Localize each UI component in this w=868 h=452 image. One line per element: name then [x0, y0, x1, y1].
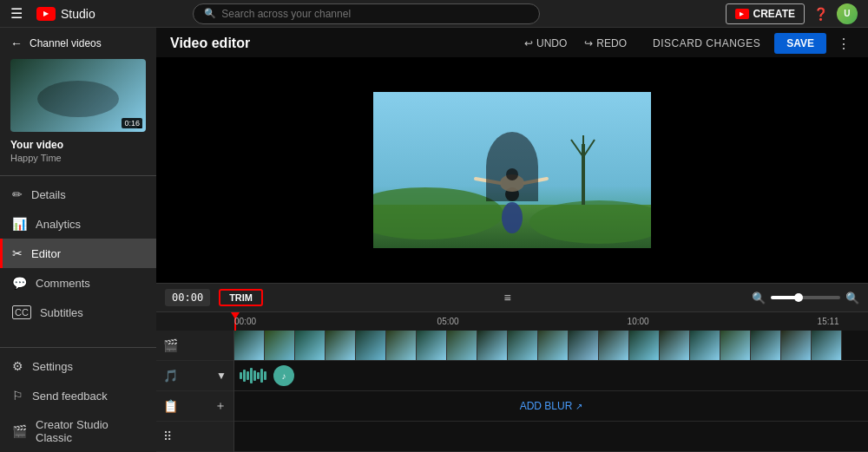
timeline-center: ≡ — [272, 291, 743, 305]
time-display: 00:00 — [165, 289, 210, 306]
video-track-control: 🎬 — [156, 331, 233, 361]
classic-icon: 🎬 — [12, 424, 27, 438]
track-thumb — [569, 331, 599, 361]
marker-1: 05:00 — [437, 317, 459, 326]
wave-bar — [253, 370, 256, 381]
timeline-controls: 00:00 TRIM ≡ 🔍 🔍 — [156, 283, 868, 311]
editor-icon: ✂ — [12, 246, 23, 260]
search-input[interactable] — [221, 8, 529, 20]
sidebar-item-settings[interactable]: ⚙ Settings — [0, 351, 156, 381]
wave-bar — [250, 368, 253, 383]
logo[interactable]: Studio — [36, 7, 95, 21]
menu-icon[interactable]: ☰ — [10, 5, 23, 22]
save-button[interactable]: SAVE — [774, 33, 826, 54]
back-icon: ← — [10, 36, 23, 50]
help-icon[interactable]: ❓ — [813, 7, 828, 21]
wave-bar — [243, 370, 246, 382]
add-blur-button[interactable]: ADD BLUR ↗ — [520, 400, 583, 412]
classic-label: Creator Studio Classic — [36, 418, 144, 444]
subtitle-track — [234, 422, 868, 452]
feedback-icon: ⚐ — [12, 389, 23, 403]
ruler-content: 00:00 05:00 10:00 15:11 — [234, 312, 868, 331]
svg-point-10 — [500, 174, 524, 192]
zoom-thumb — [794, 293, 803, 302]
svg-point-9 — [505, 187, 519, 201]
track-thumb — [660, 331, 690, 361]
content-area: Video editor ↩ UNDO ↪ REDO DISCARD CHANG… — [156, 28, 868, 452]
undo-label: UNDO — [536, 37, 567, 49]
add-blur-label: ADD BLUR — [520, 400, 573, 412]
video-subtitle: Happy Time — [0, 153, 156, 172]
avatar[interactable]: U — [837, 3, 858, 24]
zoom-in-icon[interactable]: 🔍 — [845, 292, 859, 305]
track-thumb — [356, 331, 386, 361]
sidebar-item-analytics[interactable]: 📊 Analytics — [0, 209, 156, 239]
editor-header: Video editor ↩ UNDO ↪ REDO DISCARD CHANG… — [156, 28, 868, 57]
track-thumb — [508, 331, 538, 361]
editor-label: Editor — [31, 247, 61, 260]
svg-point-8 — [502, 202, 523, 233]
thumbnail-duration: 0:16 — [122, 118, 142, 128]
track-thumb — [599, 331, 629, 361]
subtitles-label: Subtitles — [40, 306, 83, 319]
sidebar-divider-1 — [0, 175, 156, 176]
wave-bar — [264, 371, 266, 380]
subtitle-track-control: ⠿ — [156, 422, 233, 452]
zoom-out-icon[interactable]: 🔍 — [752, 292, 766, 305]
track-thumb — [265, 331, 295, 361]
video-thumbnail[interactable]: 0:16 — [10, 59, 146, 132]
zoom-slider[interactable] — [771, 296, 840, 299]
sidebar-item-comments[interactable]: 💬 Comments — [0, 268, 156, 298]
track-thumb — [234, 331, 265, 361]
topbar: ☰ Studio 🔍 CREATE ❓ U — [0, 0, 868, 28]
tracks-content: ♪ ADD BLUR ↗ — [234, 331, 868, 452]
more-options-button[interactable]: ⋮ — [833, 36, 854, 52]
track-thumb — [538, 331, 569, 361]
create-label: CREATE — [753, 8, 795, 20]
video-track — [234, 331, 868, 361]
main-layout: ← Channel videos 0:16 Your video Happy T… — [0, 28, 868, 452]
comments-label: Comments — [36, 277, 90, 290]
overlay-track-icon: 📋 — [163, 399, 178, 413]
audio-track: ♪ — [234, 361, 868, 391]
wave-bar — [257, 372, 260, 379]
sidebar-item-editor[interactable]: ✂ Editor — [0, 239, 156, 268]
undo-button[interactable]: ↩ UNDO — [519, 35, 572, 52]
sidebar-item-details[interactable]: ✏ Details — [0, 180, 156, 209]
analytics-icon: 📊 — [12, 217, 27, 231]
editor-toolbar: ↩ UNDO ↪ REDO DISCARD CHANGES SAVE ⋮ — [519, 33, 854, 54]
zoom-controls: 🔍 🔍 — [752, 292, 859, 305]
sidebar-item-feedback[interactable]: ⚐ Send feedback — [0, 381, 156, 410]
audio-expand-icon[interactable]: ▼ — [216, 370, 227, 382]
track-thumb — [781, 331, 812, 361]
redo-button[interactable]: ↪ REDO — [579, 35, 632, 52]
details-icon: ✏ — [12, 187, 23, 201]
analytics-label: Analytics — [36, 218, 81, 231]
create-button[interactable]: CREATE — [726, 3, 805, 24]
track-controls: 🎬 🎵 ▼ 📋 ＋ ⠿ — [156, 331, 234, 452]
video-frame — [373, 92, 651, 248]
audio-track-control: 🎵 ▼ — [156, 361, 233, 391]
settings-label: Settings — [32, 360, 73, 373]
wave-bar — [247, 371, 249, 380]
track-thumb — [751, 331, 781, 361]
add-overlay-icon[interactable]: ＋ — [214, 398, 227, 414]
video-track-icon: 🎬 — [163, 338, 178, 352]
sidebar-divider-2 — [0, 347, 156, 348]
youtube-logo-icon — [36, 7, 56, 21]
track-thumb — [629, 331, 660, 361]
sidebar-item-subtitles[interactable]: CC Subtitles — [0, 298, 156, 327]
search-icon: 🔍 — [204, 8, 216, 19]
overlay-track-control: 📋 ＋ — [156, 391, 233, 422]
trim-button[interactable]: TRIM — [219, 289, 263, 306]
sidebar-item-classic[interactable]: 🎬 Creator Studio Classic — [0, 410, 156, 452]
track-thumb — [812, 331, 842, 361]
overlay-track: ADD BLUR ↗ — [234, 391, 868, 422]
wave-bar — [260, 369, 263, 383]
video-title: Your video — [0, 139, 156, 153]
details-label: Details — [31, 188, 66, 201]
discard-button[interactable]: DISCARD CHANGES — [646, 35, 767, 52]
search-container: 🔍 — [193, 3, 540, 24]
back-to-channel[interactable]: ← Channel videos — [0, 28, 156, 59]
sidebar: ← Channel videos 0:16 Your video Happy T… — [0, 28, 156, 452]
